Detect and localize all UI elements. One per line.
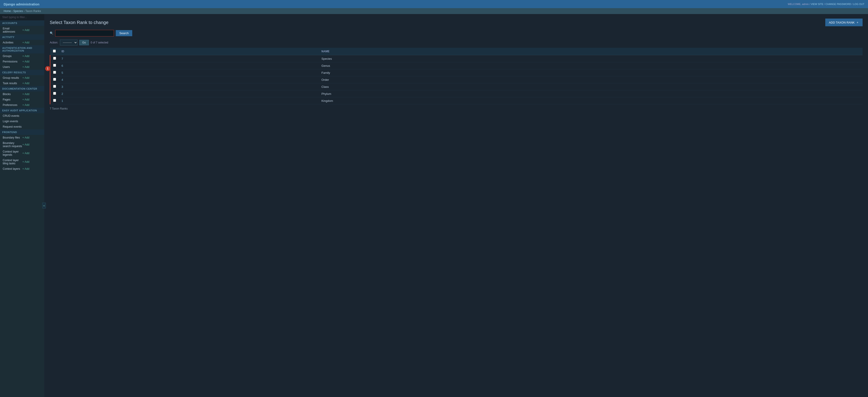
sidebar-add-link[interactable]: + Add <box>22 60 42 63</box>
sidebar-add-link[interactable]: + Add <box>22 167 42 170</box>
sidebar-item-link[interactable]: Context layer legends <box>3 150 22 157</box>
sidebar-item[interactable]: Permissions+ Add <box>0 59 44 64</box>
sidebar-item[interactable]: Context layer legends+ Add <box>0 149 44 158</box>
sidebar-item[interactable]: Preferences+ Add <box>0 102 44 108</box>
row-checkbox-cell <box>50 97 59 104</box>
sidebar-item-link[interactable]: Task results <box>3 82 22 85</box>
sidebar-add-link[interactable]: + Add <box>22 82 42 85</box>
row-id-link[interactable]: 7 <box>61 57 63 60</box>
sidebar-item[interactable]: Context layers+ Add <box>0 166 44 172</box>
select-all-checkbox[interactable] <box>53 50 56 53</box>
sidebar-item[interactable]: CRUD events <box>0 113 44 119</box>
row-id-link[interactable]: 5 <box>61 71 63 75</box>
row-id-link[interactable]: 3 <box>61 85 63 88</box>
sidebar-item-link[interactable]: Request events <box>3 125 42 128</box>
welcome-label: WELCOME, <box>788 3 801 5</box>
action-select[interactable]: ---------- <box>60 39 78 46</box>
add-taxon-rank-button[interactable]: ADD TAXON RANK ＋ <box>825 19 863 26</box>
row-id-link[interactable]: 2 <box>61 92 63 95</box>
sidebar-section-header: FRONTEND <box>0 130 44 135</box>
sidebar-item[interactable]: Boundary files+ Add <box>0 135 44 140</box>
total-count: 7 Taxon Ranks <box>50 107 68 110</box>
action-row: Action: ---------- Go 0 of 7 selected <box>50 39 863 46</box>
sidebar-item[interactable]: Email addresses+ Add <box>0 26 44 34</box>
go-button[interactable]: Go <box>79 40 89 45</box>
view-site-link[interactable]: VIEW SITE <box>811 3 824 5</box>
row-checkbox[interactable] <box>53 78 56 81</box>
sidebar-item[interactable]: Boundary search requests+ Add <box>0 140 44 149</box>
sidebar-item[interactable]: Pages+ Add <box>0 97 44 102</box>
sidebar-item-link[interactable]: Pages <box>3 98 22 101</box>
sidebar-item[interactable]: Users+ Add <box>0 64 44 70</box>
row-checkbox[interactable] <box>53 85 56 88</box>
column-id[interactable]: ID <box>59 48 319 55</box>
sidebar-add-link[interactable]: + Add <box>22 76 42 80</box>
column-name[interactable]: NAME <box>319 48 863 55</box>
sidebar-add-link[interactable]: + Add <box>22 29 42 32</box>
sidebar-item[interactable]: Request events <box>0 124 44 130</box>
sidebar-item[interactable]: Activities+ Add <box>0 40 44 45</box>
data-table: ID NAME 7Species6Genus5Family4Order3Clas… <box>50 48 863 104</box>
sidebar-item-link[interactable]: Preferences <box>3 104 22 107</box>
cell-id: 3 <box>59 83 319 90</box>
sidebar-item-link[interactable]: CRUD events <box>3 114 42 117</box>
sidebar-item-link[interactable]: Permissions <box>3 60 22 63</box>
sidebar-item-link[interactable]: Boundary search requests <box>3 141 22 148</box>
change-password-link[interactable]: CHANGE PASSWORD <box>826 3 851 5</box>
sidebar-item-link[interactable]: Blocks <box>3 92 22 96</box>
log-out-link[interactable]: LOG OUT <box>853 3 864 5</box>
cell-id: 4 <box>59 76 319 83</box>
select-all-header[interactable] <box>50 48 59 55</box>
breadcrumb-home[interactable]: Home <box>4 9 11 13</box>
row-id-link[interactable]: 4 <box>61 78 63 82</box>
sidebar-item[interactable]: Task results+ Add <box>0 81 44 86</box>
sidebar-item-link[interactable]: Context layer tiling tasks <box>3 159 22 165</box>
sidebar-item-link[interactable]: Email addresses <box>3 27 22 33</box>
sidebar-add-link[interactable]: + Add <box>22 152 42 155</box>
sidebar-item[interactable]: Group results+ Add <box>0 75 44 81</box>
sidebar-add-link[interactable]: + Add <box>22 65 42 68</box>
row-checkbox[interactable] <box>53 64 56 67</box>
search-input[interactable] <box>55 30 114 36</box>
sidebar-item[interactable]: Groups+ Add <box>0 53 44 59</box>
collapse-sidebar-button[interactable]: « <box>42 203 46 208</box>
row-checkbox[interactable] <box>53 92 56 95</box>
cell-id: 7 <box>59 55 319 62</box>
sidebar-item-link[interactable]: Users <box>3 65 22 68</box>
row-id-link[interactable]: 1 <box>61 99 63 103</box>
sidebar-item-link[interactable]: Group results <box>3 76 22 80</box>
sidebar-add-link[interactable]: + Add <box>22 136 42 139</box>
cell-name: Kingdom <box>319 97 863 104</box>
sidebar-filter[interactable] <box>0 14 44 20</box>
row-id-link[interactable]: 6 <box>61 64 63 67</box>
page-title: Select Taxon Rank to change <box>50 20 108 25</box>
count-row: 7 Taxon Ranks <box>50 107 863 110</box>
table-row: 7Species <box>50 55 863 62</box>
row-checkbox[interactable] <box>53 99 56 102</box>
sidebar-add-link[interactable]: + Add <box>22 104 42 107</box>
row-checkbox[interactable] <box>53 57 56 60</box>
breadcrumb-species[interactable]: Species <box>13 9 23 13</box>
sidebar-add-link[interactable]: + Add <box>22 55 42 58</box>
sidebar-item[interactable]: Blocks+ Add <box>0 91 44 97</box>
sidebar-item-link[interactable]: Groups <box>3 55 22 58</box>
cell-name: Genus <box>319 62 863 69</box>
sidebar-add-link[interactable]: + Add <box>22 92 42 96</box>
sidebar-filter-input[interactable] <box>0 14 44 20</box>
sidebar-item-link[interactable]: Boundary files <box>3 136 22 139</box>
sidebar-item[interactable]: Login events <box>0 119 44 124</box>
sidebar-item-link[interactable]: Context layers <box>3 167 22 170</box>
sidebar-item-link[interactable]: Activities <box>3 41 22 44</box>
sidebar-add-link[interactable]: + Add <box>22 41 42 44</box>
sidebar-add-link[interactable]: + Add <box>22 143 42 146</box>
search-button[interactable]: Search <box>116 30 132 36</box>
table-row: 2Phylum <box>50 90 863 97</box>
sidebar-add-link[interactable]: + Add <box>22 98 42 101</box>
sidebar-add-link[interactable]: + Add <box>22 160 42 163</box>
table-row: 5Family <box>50 69 863 76</box>
sidebar-item[interactable]: Context layer tiling tasks+ Add <box>0 158 44 166</box>
sidebar-item-link[interactable]: Login events <box>3 120 42 123</box>
cell-name: Class <box>319 83 863 90</box>
row-checkbox[interactable] <box>53 71 56 74</box>
page-title-row: Select Taxon Rank to change ADD TAXON RA… <box>50 19 863 26</box>
